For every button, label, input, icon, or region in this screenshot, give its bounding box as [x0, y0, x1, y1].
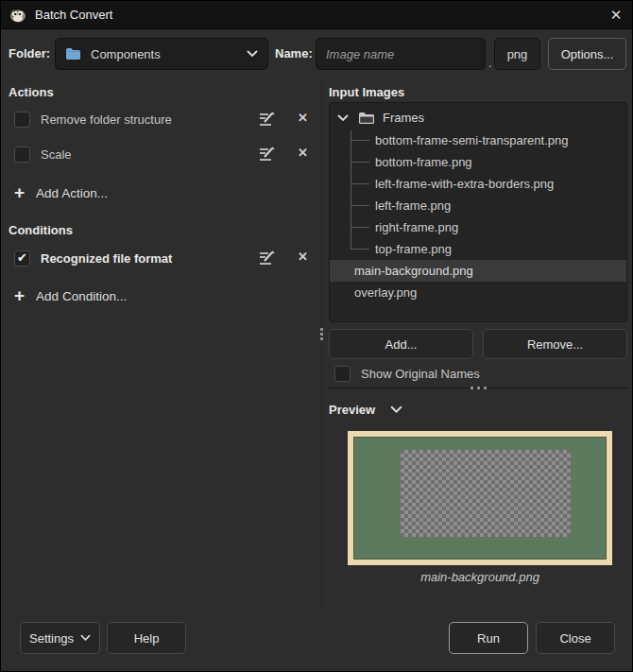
tree-item[interactable]: left-frame-with-extra-borders.png [330, 173, 626, 195]
edit-condition-icon[interactable] [257, 249, 278, 267]
run-button[interactable]: Run [449, 622, 528, 654]
tree-children-list: bottom-frame-semi-transparent.png bottom… [330, 129, 626, 260]
top-controls: Folder: Components Name: . png Options..… [1, 37, 632, 71]
conditions-header: Conditions [9, 223, 73, 237]
tree-item-selected[interactable]: main-background.png [330, 260, 626, 282]
show-original-names-row: Show Original Names [329, 364, 627, 385]
remove-condition-icon[interactable]: ✕ [298, 250, 308, 264]
tree-item[interactable]: top-frame.png [330, 238, 626, 260]
folder-icon [65, 47, 81, 60]
image-name-input[interactable] [316, 38, 486, 70]
folder-dropdown[interactable]: Components [55, 38, 268, 70]
window-close-button[interactable]: ✕ [600, 1, 632, 29]
input-images-header: Input Images [329, 85, 404, 99]
settings-button[interactable]: Settings [20, 622, 100, 654]
extension-button[interactable]: png [494, 38, 540, 70]
tree-item[interactable]: right-frame.png [330, 216, 626, 238]
add-condition-label: Add Condition... [36, 289, 127, 303]
tree-root-items: main-background.png overlay.png [330, 260, 626, 303]
chevron-down-icon [247, 50, 258, 58]
add-condition-button[interactable]: + Add Condition... [14, 285, 127, 306]
tree-item[interactable]: overlay.png [330, 282, 626, 303]
folder-label: Folder: [9, 46, 50, 60]
extension-separator: . [488, 56, 492, 70]
remove-images-button[interactable]: Remove... [483, 329, 627, 359]
preview-image [348, 431, 612, 565]
action-label: Remove folder structure [41, 112, 172, 127]
actions-header: Actions [9, 85, 54, 99]
remove-action-icon[interactable]: ✕ [298, 111, 308, 125]
batch-convert-dialog: Batch Convert ✕ Folder: Components Name:… [0, 0, 633, 672]
title-bar: Batch Convert ✕ [1, 1, 632, 29]
edit-action-icon[interactable] [257, 110, 278, 129]
condition-checkbox[interactable] [14, 250, 30, 267]
remove-action-icon[interactable]: ✕ [298, 146, 308, 160]
chevron-down-icon [80, 634, 91, 642]
tree-item[interactable]: bottom-frame-semi-transparent.png [330, 129, 626, 151]
wilber-app-icon [9, 7, 26, 24]
chevron-down-icon[interactable] [390, 405, 402, 414]
show-original-names-label: Show Original Names [361, 367, 480, 381]
transparency-checkerboard [401, 450, 571, 537]
action-row-scale: Scale ✕ [9, 143, 315, 167]
options-button[interactable]: Options... [548, 38, 626, 70]
show-original-names-checkbox[interactable] [334, 366, 351, 382]
chevron-down-icon[interactable] [337, 114, 349, 122]
condition-row-recognized-file-format: Recognized file format ✕ [9, 247, 315, 271]
settings-label: Settings [29, 631, 74, 646]
tree-folder-row[interactable]: Frames [330, 106, 626, 129]
preview-header: Preview [329, 403, 375, 417]
action-row-remove-folder-structure: Remove folder structure ✕ [9, 108, 315, 132]
plus-icon: + [14, 184, 25, 201]
folder-dropdown-value: Components [91, 47, 161, 61]
close-button[interactable]: Close [536, 622, 615, 654]
add-images-button[interactable]: Add... [329, 329, 473, 359]
add-action-button[interactable]: + Add Action... [14, 182, 108, 203]
horizontal-splitter-grip[interactable] [468, 386, 488, 391]
preview-header-row[interactable]: Preview [329, 403, 402, 417]
condition-label: Recognized file format [41, 251, 172, 266]
help-button[interactable]: Help [107, 622, 186, 654]
tree-folder-label: Frames [383, 111, 424, 125]
action-checkbox[interactable] [14, 146, 30, 163]
plus-icon: + [14, 287, 25, 304]
preview-caption: main-background.png [348, 570, 612, 584]
edit-action-icon[interactable] [257, 145, 278, 164]
folder-open-icon [358, 112, 375, 125]
action-checkbox[interactable] [14, 112, 30, 128]
window-title: Batch Convert [35, 8, 112, 22]
tree-item[interactable]: left-frame.png [330, 195, 626, 216]
input-images-tree[interactable]: Frames bottom-frame-semi-transparent.png… [329, 102, 627, 322]
name-label: Name: [275, 46, 313, 60]
add-action-label: Add Action... [36, 186, 108, 200]
vertical-splitter-grip[interactable] [318, 326, 324, 343]
tree-item[interactable]: bottom-frame.png [330, 151, 626, 173]
action-label: Scale [41, 147, 72, 162]
